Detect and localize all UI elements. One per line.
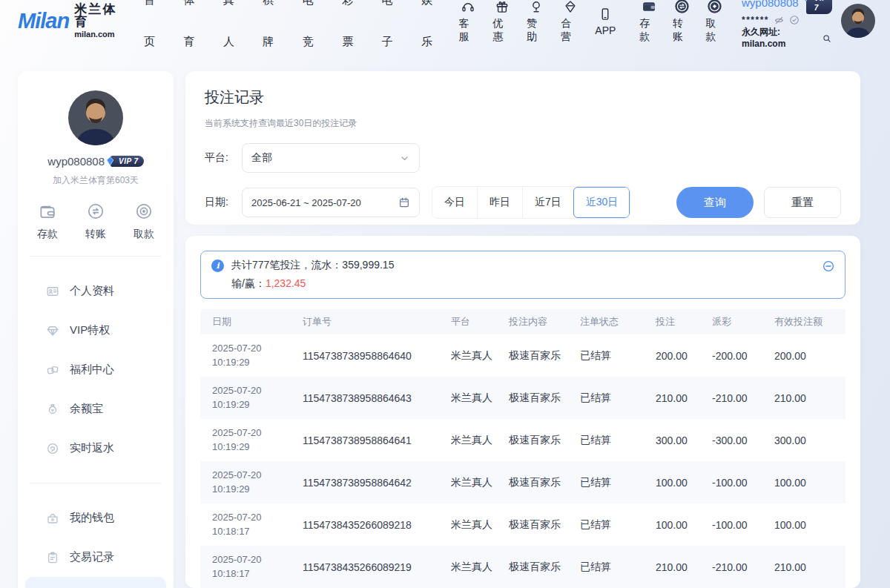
transfer-link[interactable]: 转账 [665, 0, 699, 44]
chevron-down-icon [399, 153, 410, 164]
nav-item[interactable]: 真人 [214, 0, 253, 62]
masked-balance: ****** [742, 15, 769, 27]
sidebar-transfer[interactable]: 转账 [85, 202, 106, 241]
cell-date: 2025-07-20 [212, 469, 291, 482]
nav-item[interactable]: 棋牌 [253, 0, 292, 62]
support-link[interactable]: 客服 [451, 0, 485, 44]
brand-domain: milan.com [74, 30, 125, 39]
sidebar-deposit[interactable]: 存款 [37, 202, 58, 241]
sidebar-item-bet-records[interactable]: 投注记录 [25, 577, 166, 588]
records-card: i 共计777笔投注，流水：359,999.15 输/赢：1,232.45 日期… [185, 236, 860, 588]
brand-logo[interactable]: Milan 米兰体育 milan.com [18, 3, 125, 39]
cell-platform: 米兰真人 [439, 518, 497, 532]
sponsor-link[interactable]: 赞助 [519, 0, 553, 44]
user-block: wyp080808 VIP 7 ****** 永久网址: milan. [742, 0, 832, 50]
nav-item[interactable]: 电子 [372, 0, 412, 62]
eye-off-icon[interactable] [774, 15, 785, 26]
page-body: wyp080808 VIP 7 加入米兰体育第603天 存款 转账 [0, 42, 890, 588]
cell-time: 10:19:29 [212, 483, 291, 496]
deposit-label: 存款 [639, 17, 658, 44]
sidebar-item-profile[interactable]: 个人资料 [18, 271, 174, 311]
vip-gem-icon [801, 0, 811, 2]
cell-datetime: 2025-07-20 10:18:17 [200, 511, 291, 538]
gift-icon [495, 0, 510, 14]
refresh-circle-icon[interactable] [789, 15, 800, 25]
platform-select[interactable]: 全部 [242, 143, 420, 173]
cell-payout: -100.00 [700, 519, 762, 531]
cell-valid-amount: 100.00 [762, 519, 846, 531]
promo-link[interactable]: 优惠 [485, 0, 519, 44]
cell-bet-amount: 100.00 [644, 477, 700, 489]
avatar[interactable] [841, 4, 875, 38]
cell-time: 10:18:17 [212, 525, 291, 538]
sidebar-item-yuebao[interactable]: 余额宝 [18, 389, 174, 429]
table-row: 2025-07-20 10:18:17 1154738435266089219 … [200, 546, 846, 588]
cell-payout: -210.00 [700, 561, 762, 573]
withdraw-link[interactable]: 取款 [698, 0, 731, 44]
sidebar-item-wallet[interactable]: 我的钱包 [18, 498, 174, 538]
user-account[interactable]: wyp080808 VIP 7 [742, 0, 832, 14]
date-row: 日期: 2025-06-21 ~ 2025-07-20 今日 昨日 近7日 近3… [205, 186, 841, 219]
cell-order-number: 1154738435266089218 [291, 519, 439, 531]
partner-link[interactable]: 合营 [553, 0, 587, 44]
cell-date: 2025-07-20 [212, 384, 291, 397]
sidebar-item-label: 余额宝 [70, 402, 103, 416]
col-header-status: 注单状态 [568, 315, 644, 328]
deposit-link[interactable]: 存款 [632, 0, 665, 44]
app-label: APP [595, 24, 616, 36]
col-header-platform: 平台 [439, 315, 497, 328]
bet-records-table: 日期 订单号 平台 投注内容 注单状态 投注 派彩 有效投注额 2025-07-… [200, 309, 846, 588]
search-icon[interactable] [822, 33, 832, 44]
cell-bet-content: 极速百家乐 [497, 349, 568, 363]
nav-item[interactable]: 娱乐 [412, 0, 451, 62]
cell-datetime: 2025-07-20 10:19:29 [200, 384, 291, 411]
cell-status: 已结算 [568, 434, 644, 447]
sidebar-menu-group1: 个人资料 VIP特权 福利中心 余额宝 [18, 271, 174, 468]
range-30days[interactable]: 近30日 [573, 187, 630, 218]
sidebar-item-benefits[interactable]: 福利中心 [18, 350, 174, 389]
query-button[interactable]: 查询 [676, 187, 754, 218]
cell-platform: 米兰真人 [439, 434, 497, 447]
cell-date: 2025-07-20 [212, 426, 291, 440]
reset-button[interactable]: 重置 [764, 187, 841, 218]
page-title: 投注记录 [205, 87, 841, 108]
wallet-actions: 存款 转账 取款 [632, 0, 731, 44]
range-yesterday[interactable]: 昨日 [477, 187, 522, 218]
col-header-content: 投注内容 [497, 315, 568, 328]
sidebar-withdraw[interactable]: 取款 [134, 202, 154, 241]
nav-item[interactable]: 彩票 [332, 0, 372, 62]
date-range-picker[interactable]: 2025-06-21 ~ 2025-07-20 [242, 188, 420, 217]
cell-platform: 米兰真人 [439, 392, 497, 405]
col-header-valid: 有效投注额 [762, 315, 846, 328]
transfer-label: 转账 [673, 17, 691, 44]
cell-payout: -210.00 [700, 392, 762, 404]
nav-item[interactable]: 首页 [134, 0, 174, 62]
transfer-circle-icon [86, 202, 105, 221]
vip-gem-icon [105, 156, 115, 166]
collapse-icon[interactable] [822, 260, 835, 273]
coupons-icon [46, 363, 59, 377]
col-header-date: 日期 [200, 315, 291, 328]
sidebar-item-transactions[interactable]: 交易记录 [18, 538, 174, 577]
sidebar-item-rebate[interactable]: 实时返水 [18, 429, 174, 468]
range-today[interactable]: 今日 [432, 187, 477, 218]
app-link[interactable]: APP [587, 6, 623, 36]
cell-bet-amount: 200.00 [644, 350, 700, 362]
cell-date: 2025-07-20 [212, 342, 291, 355]
platform-value: 全部 [251, 151, 399, 165]
sidebar-vip-badge: VIP 7 [111, 156, 144, 167]
table-header-row: 日期 订单号 平台 投注内容 注单状态 投注 派彩 有效投注额 [200, 309, 846, 334]
cell-order-number: 1154738738958864641 [291, 435, 439, 446]
sponsor-label: 赞助 [527, 17, 546, 44]
nav-item[interactable]: 体育 [174, 0, 214, 62]
sidebar-avatar[interactable] [68, 90, 123, 145]
summary-banner: i 共计777笔投注，流水：359,999.15 输/赢：1,232.45 [200, 251, 846, 299]
cell-payout: -100.00 [700, 477, 762, 489]
diamond-icon [563, 0, 578, 14]
sidebar-transfer-label: 转账 [85, 228, 106, 241]
range-7days[interactable]: 近7日 [522, 187, 573, 218]
support-label: 客服 [458, 17, 478, 44]
cell-payout: -200.00 [700, 350, 762, 362]
nav-item[interactable]: 电竞 [293, 0, 332, 62]
sidebar-item-vip[interactable]: VIP特权 [18, 311, 174, 350]
